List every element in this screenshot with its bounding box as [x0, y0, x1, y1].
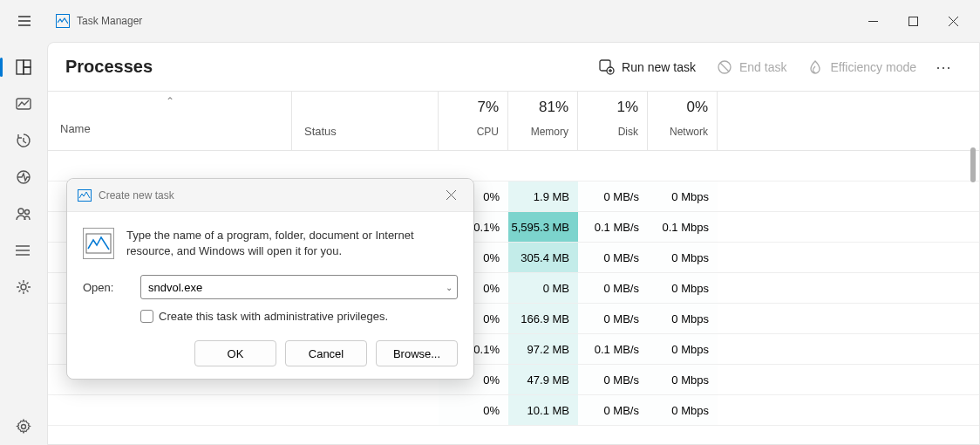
sidebar-item-performance[interactable] [0, 86, 47, 122]
table-row[interactable] [48, 151, 979, 181]
metric-label: Network [648, 126, 708, 138]
efficiency-label: Efficiency mode [830, 60, 916, 74]
svg-rect-0 [909, 17, 917, 25]
close-icon [949, 17, 958, 26]
column-header-network[interactable]: 0%Network [648, 92, 718, 150]
history-icon [15, 132, 32, 149]
cell-memory: 0 MB [508, 273, 578, 303]
sidebar-item-users[interactable] [0, 195, 47, 232]
cell-disk: 0 MB/s [578, 365, 648, 394]
column-status-label: Status [304, 125, 337, 138]
close-icon [446, 190, 456, 200]
dialog-app-icon [78, 189, 92, 202]
metric-label: CPU [439, 126, 499, 138]
svg-rect-3 [24, 67, 31, 74]
metric-label: Disk [578, 126, 638, 138]
admin-privileges-checkbox[interactable] [140, 310, 153, 323]
performance-icon [15, 95, 32, 113]
open-input[interactable] [140, 275, 458, 299]
cell-memory: 5,595.3 MB [508, 212, 578, 242]
more-options-button[interactable]: ⋯ [927, 52, 962, 82]
sidebar-item-services[interactable] [0, 269, 47, 305]
metric-percent: 0% [648, 99, 708, 116]
sidebar-item-details[interactable] [0, 232, 47, 269]
cancel-button[interactable]: Cancel [285, 340, 367, 366]
cell-network: 0.1 Mbps [648, 212, 718, 242]
cell-disk: 0 MB/s [578, 273, 648, 303]
ok-button[interactable]: OK [194, 340, 276, 366]
cell-memory: 97.2 MB [508, 334, 578, 364]
metric-label: Memory [508, 126, 568, 138]
svg-point-10 [16, 254, 17, 256]
settings-icon [15, 418, 32, 435]
svg-point-7 [25, 210, 30, 215]
cell-network: 0 Mbps [648, 365, 718, 394]
sort-indicator-icon: ⌃ [166, 95, 174, 107]
cell-network: 0 Mbps [648, 243, 718, 272]
minimize-button[interactable] [853, 7, 893, 35]
end-task-icon [717, 59, 732, 75]
column-header-name[interactable]: ⌃ Name [48, 92, 292, 150]
metric-percent: 81% [508, 99, 568, 116]
maximize-button[interactable] [893, 7, 933, 35]
svg-point-6 [18, 209, 24, 214]
sidebar-item-processes[interactable] [0, 49, 47, 86]
cell-disk: 0 MB/s [578, 304, 648, 333]
cell-disk: 0.1 MB/s [578, 212, 648, 242]
run-task-icon [599, 59, 615, 75]
services-icon [15, 278, 32, 296]
svg-point-8 [16, 245, 17, 247]
run-new-task-button[interactable]: Run new task [589, 54, 706, 80]
cell-cpu: 0% [439, 395, 508, 425]
open-label: Open: [83, 281, 125, 294]
toolbar: Processes Run new task End task Efficien… [48, 43, 979, 92]
app-icon [56, 14, 70, 28]
cell-network: 0 Mbps [648, 181, 718, 211]
hamburger-menu-button[interactable] [7, 3, 42, 38]
maximize-icon [909, 17, 918, 26]
scrollbar-thumb[interactable] [970, 147, 976, 182]
cell-memory: 166.9 MB [508, 304, 578, 333]
sidebar [0, 42, 47, 445]
scrollbar[interactable] [970, 147, 977, 409]
dialog-title: Create new task [99, 189, 439, 202]
dialog-titlebar[interactable]: Create new task [67, 179, 473, 212]
cell-network: 0 Mbps [648, 273, 718, 303]
dialog-close-button[interactable] [439, 183, 463, 208]
cell-memory: 1.9 MB [508, 181, 578, 211]
cell-network: 0 Mbps [648, 304, 718, 333]
column-header-status[interactable]: Status [292, 92, 439, 150]
page-title: Processes [65, 57, 153, 77]
table-header: ⌃ Name Status 7%CPU81%Memory1%Disk0%Netw… [48, 92, 979, 151]
cell-memory: 305.4 MB [508, 243, 578, 272]
svg-rect-2 [24, 60, 31, 67]
titlebar: Task Manager [0, 0, 980, 42]
svg-rect-1 [17, 60, 24, 74]
cell-network: 0 Mbps [648, 334, 718, 364]
column-header-cpu[interactable]: 7%CPU [439, 92, 508, 150]
metric-percent: 7% [439, 99, 499, 116]
cell-disk: 0.1 MB/s [578, 334, 648, 364]
end-task-button: End task [706, 54, 797, 80]
efficiency-mode-button: Efficiency mode [797, 54, 927, 80]
sidebar-item-startup[interactable] [0, 159, 47, 195]
close-button[interactable] [933, 7, 973, 35]
column-header-disk[interactable]: 1%Disk [578, 92, 648, 150]
details-icon [15, 242, 32, 259]
sidebar-item-history[interactable] [0, 122, 47, 159]
cell-disk: 0 MB/s [578, 181, 648, 211]
users-icon [15, 205, 32, 222]
end-task-label: End task [739, 60, 786, 74]
column-header-memory[interactable]: 81%Memory [508, 92, 578, 150]
admin-privileges-label: Create this task with administrative pri… [159, 310, 388, 323]
browse-button[interactable]: Browse... [376, 340, 458, 366]
metric-percent: 1% [578, 99, 638, 116]
cell-disk: 0 MB/s [578, 243, 648, 272]
sidebar-item-settings[interactable] [0, 408, 47, 445]
efficiency-icon [807, 59, 823, 75]
svg-rect-17 [86, 234, 111, 253]
table-row[interactable]: 0%10.1 MB0 MB/s0 Mbps [48, 395, 979, 426]
cell-memory: 47.9 MB [508, 365, 578, 394]
svg-point-11 [21, 284, 26, 290]
dialog-icon [83, 228, 114, 259]
